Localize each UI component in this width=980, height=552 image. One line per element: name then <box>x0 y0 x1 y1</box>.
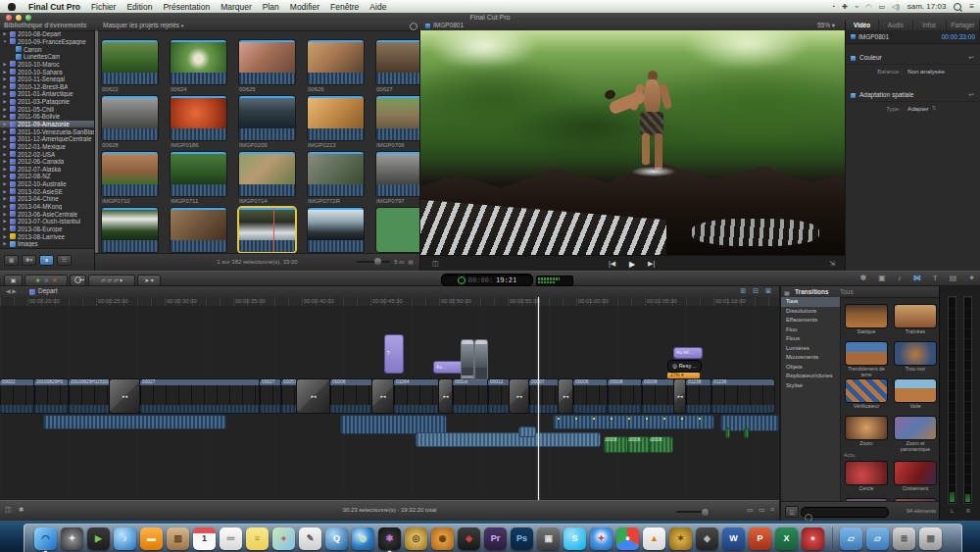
menu-status-icon[interactable]: ◁) <box>892 3 900 11</box>
disclosure-triangle[interactable]: ▶ <box>2 226 8 231</box>
storyline-clip[interactable]: 20100829H115S01 <box>69 379 110 413</box>
sidebar-event-item[interactable]: ▶2012-07-Alaska <box>0 166 94 174</box>
browser-clip[interactable] <box>376 152 419 196</box>
storyline-clip[interactable]: 00008 <box>642 379 674 413</box>
sidebar-event-item[interactable]: ▶2010-10-Sahara <box>0 68 94 75</box>
textedit-icon[interactable]: ✎ <box>299 527 321 550</box>
storyline-clip[interactable]: 00012 <box>488 379 510 413</box>
sidebar-event-item[interactable]: ▶2011-09-Amazonie <box>0 121 94 128</box>
browser-clip[interactable] <box>171 40 226 84</box>
transition-item[interactable] <box>846 342 887 365</box>
safari-icon[interactable]: ✦ <box>590 527 612 550</box>
connected-audio-clip[interactable] <box>519 427 535 436</box>
timeline-zoom-slider[interactable] <box>676 511 710 513</box>
param-value[interactable]: Non analysée <box>907 68 945 75</box>
media-browser-icon-5[interactable]: ▤ <box>950 274 957 282</box>
transitions-view-button[interactable]: ◫ <box>785 506 799 518</box>
storyline-clip[interactable]: 20100829H1 <box>34 379 69 413</box>
disclosure-triangle[interactable]: ▶ <box>2 114 8 119</box>
storyline-clip[interactable]: 00057 <box>281 379 297 413</box>
quicktime-icon[interactable]: Q <box>325 527 348 550</box>
sidebar-event-item[interactable]: ▶2013-08-Larrivee <box>0 232 94 240</box>
connected-audio-clip[interactable] <box>341 416 446 433</box>
browser-clip[interactable] <box>239 152 295 196</box>
storyline-clip[interactable]: 00022 <box>0 379 34 413</box>
transition-clip[interactable]: ▸◂ <box>510 379 529 413</box>
word-icon[interactable]: W <box>722 527 745 550</box>
stepper-icon[interactable]: ⇅ <box>932 105 937 112</box>
spotlight-icon[interactable] <box>954 3 961 11</box>
sidebar-event-item[interactable]: ▶2011-06-Bolivie <box>0 113 94 121</box>
rating-buttons[interactable]: ★☆✕ <box>24 275 68 286</box>
folder-documents-icon[interactable]: ▱ <box>840 527 862 550</box>
param-value[interactable]: Adapter <box>907 105 929 112</box>
excel-icon[interactable]: X <box>775 527 798 550</box>
storyline-clip[interactable]: 00027 <box>260 379 281 413</box>
import-media-button[interactable]: ▣ <box>4 275 23 286</box>
storyline-clip[interactable]: 00027 <box>140 379 260 413</box>
sidebar-event-item[interactable]: ▶2013-06-AsieCentrale <box>0 210 94 218</box>
disclosure-triangle[interactable]: ▶ <box>2 219 8 224</box>
browser-clip[interactable] <box>171 96 226 140</box>
sidebar-event-item[interactable]: ▶2012-06-Canada <box>0 158 94 166</box>
sidebar-event-item[interactable]: ▶2010-10-Maroc <box>0 61 94 69</box>
disclosure-triangle[interactable]: ▶ <box>2 62 8 67</box>
connected-audio-green-clip[interactable] <box>745 428 748 437</box>
transition-category[interactable]: Mouvements <box>781 353 840 363</box>
menu-status-icon[interactable]: ⌁ <box>855 3 858 11</box>
sidebar-event-item[interactable]: ▶2011-03-Patagonie <box>0 98 94 106</box>
list-view-button[interactable]: ☷ <box>57 255 72 266</box>
sidebar-event-item[interactable]: ▶2012-08-NZ <box>0 173 94 180</box>
disclosure-triangle[interactable]: ▶ <box>2 84 8 89</box>
storyline-clip[interactable]: 00006 <box>453 379 488 413</box>
browser-duration-icon[interactable]: ▤ <box>408 258 414 265</box>
connected-audio-clip[interactable] <box>416 433 600 446</box>
launchpad-icon[interactable]: ✦ <box>61 527 83 550</box>
sidebar-event-item[interactable]: ▼2010-09-FranceEspagne <box>0 38 94 46</box>
menu-item-modifier[interactable]: Modifier <box>290 2 319 12</box>
maps-icon[interactable]: ⌖ <box>272 527 295 550</box>
menu-item-final-cut-pro[interactable]: Final Cut Pro <box>28 2 80 12</box>
disclosure-triangle[interactable]: ▶ <box>2 196 8 201</box>
menu-clock[interactable]: sam. 17:03 <box>907 2 947 11</box>
sidebar-event-item[interactable]: ▶2010-08-Depart <box>0 30 94 38</box>
timeline-options-button[interactable]: ≡ <box>770 506 774 513</box>
title-clip[interactable]: T <box>385 335 403 373</box>
transition-clip[interactable]: ▸◂ <box>110 379 140 413</box>
disclosure-triangle[interactable]: ▶ <box>2 136 8 141</box>
skype-icon[interactable]: S <box>564 527 586 550</box>
gold-app-icon[interactable]: ✶ <box>669 527 692 550</box>
disclosure-triangle[interactable]: ▶ <box>2 70 8 75</box>
media-browser-icon-1[interactable]: ▣ <box>878 274 886 282</box>
disclosure-triangle[interactable]: ▶ <box>2 189 8 194</box>
playhead[interactable] <box>538 297 539 500</box>
transition-category[interactable]: Dissolutions <box>781 307 840 317</box>
sidebar-event-item[interactable]: ▶2011-05-Chili <box>0 105 94 113</box>
browser-clip[interactable] <box>102 208 158 252</box>
disclosure-triangle[interactable]: ▶ <box>2 107 8 112</box>
tab-vidéo[interactable]: Vidéo <box>846 21 879 30</box>
sidebar-event-item[interactable]: ▶2013-02-AsieSE <box>0 187 94 195</box>
final-cut-pro-icon[interactable]: ✱ <box>378 527 401 550</box>
tab-audio[interactable]: Audio <box>879 21 912 30</box>
itunes-icon[interactable]: ♪ <box>114 527 136 550</box>
transition-item[interactable] <box>846 379 887 402</box>
disclosure-triangle[interactable]: ▶ <box>2 204 8 209</box>
disclosure-triangle[interactable]: ▶ <box>2 76 8 81</box>
transition-item[interactable] <box>846 462 887 484</box>
menu-item-marquer[interactable]: Marquer <box>220 2 252 12</box>
stacks-icon[interactable]: ≣ <box>893 527 915 550</box>
menu-item-présentation[interactable]: Présentation <box>163 2 210 12</box>
connected-audio-green-clip[interactable]: 00006 <box>628 437 649 452</box>
connected-video-clip[interactable] <box>475 340 487 379</box>
sidebar-event-item[interactable]: ▶2010-12-Bresil-BA <box>0 82 94 90</box>
sidebar-event-item[interactable]: ▶2013-04-Chine <box>0 195 94 203</box>
transition-item[interactable] <box>895 462 936 484</box>
two-up-icon[interactable]: ◫ <box>432 260 439 268</box>
clip-appearance-button-2[interactable]: ▭ <box>759 506 765 514</box>
edit-buttons-group[interactable]: ▱ ▱ ▱ ▾ <box>88 275 135 286</box>
browser-clip[interactable] <box>102 96 158 140</box>
transition-item[interactable] <box>895 417 936 439</box>
connected-audio-clip[interactable] <box>721 416 778 430</box>
connected-audio-green-clip[interactable]: 00008 <box>650 437 672 452</box>
